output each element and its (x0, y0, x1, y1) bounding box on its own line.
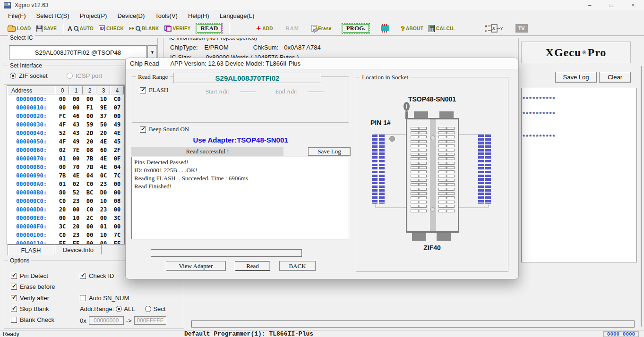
hex-cell[interactable]: 2F (111, 146, 124, 154)
hex-cell[interactable]: 2C (83, 214, 97, 222)
hex-cell[interactable]: C0 (111, 95, 124, 103)
hex-cell[interactable]: 45 (111, 137, 124, 146)
verify-after-checkbox[interactable]: Verify after (11, 295, 49, 302)
hex-cell[interactable]: 4E (97, 154, 111, 163)
pin-detect-checkbox[interactable]: Pin Detect (11, 272, 48, 279)
hex-cell[interactable]: 0C (97, 171, 111, 180)
skip-blank-checkbox[interactable]: Skip Blank (11, 305, 49, 312)
hex-cell[interactable]: 70 (69, 163, 83, 171)
hex-cell[interactable]: C0 (56, 231, 69, 239)
dialog-save-log-button[interactable]: Save Log (308, 147, 351, 156)
hex-cell[interactable]: 01 (56, 154, 69, 163)
hex-cell[interactable]: BC (83, 188, 97, 197)
blank-check-checkbox[interactable]: Blank Check (11, 316, 54, 323)
tv-button[interactable]: TV (515, 24, 528, 33)
hex-cell[interactable]: 20 (69, 222, 83, 231)
hex-cell[interactable]: F1 (83, 103, 97, 112)
hex-cell[interactable]: 07 (111, 103, 124, 112)
range-to-input[interactable]: 000FFFFF (134, 316, 166, 325)
hex-cell[interactable]: FF (56, 239, 69, 245)
hex-cell[interactable]: 00 (111, 188, 124, 197)
menu-item-helph[interactable]: Help(H) (183, 11, 215, 20)
hex-cell[interactable]: 00 (83, 239, 97, 245)
hex-cell[interactable]: 7B (83, 163, 97, 171)
dialog-title-bar[interactable]: Chip Read APP Version: 12.63 Device Mode… (126, 58, 518, 69)
hex-cell[interactable]: 00 (83, 222, 97, 231)
auto-button[interactable]: A AUTO (68, 25, 94, 32)
ic-combo[interactable]: S29AL008J70TFI02 @TSOP48 (9, 45, 147, 59)
auto-sn-checkbox[interactable]: Auto SN_NUM (80, 295, 129, 302)
tab-device-info[interactable]: Device.Info (55, 244, 102, 254)
hex-cell[interactable]: 10 (97, 95, 111, 103)
hex-cell[interactable]: 3C (111, 214, 124, 222)
chip-test-button[interactable] (381, 24, 389, 33)
tab-flash[interactable]: FLASH (8, 244, 54, 255)
hex-cell[interactable]: 49 (69, 137, 83, 146)
hex-cell[interactable]: 00 (69, 103, 83, 112)
hex-cell[interactable]: 04 (83, 171, 97, 180)
hex-cell[interactable]: 00 (56, 103, 69, 112)
hex-cell[interactable]: 10 (97, 197, 111, 205)
hex-cell[interactable]: 4E (111, 129, 124, 137)
hex-cell[interactable]: 20 (56, 205, 69, 214)
check-id-checkbox[interactable]: Check ID (80, 272, 114, 279)
logic-gate-button[interactable]: A B & Y (485, 24, 504, 33)
erase-button[interactable]: Erase (311, 25, 332, 32)
hex-cell[interactable]: 37 (97, 112, 111, 120)
hex-cell[interactable]: 23 (69, 197, 83, 205)
menu-item-languagel[interactable]: Language(L) (215, 11, 260, 20)
hex-cell[interactable]: 10 (69, 214, 83, 222)
clear-button[interactable]: Clear (599, 72, 631, 83)
hex-cell[interactable]: 23 (97, 205, 111, 214)
hex-cell[interactable]: 4E (97, 137, 111, 146)
hex-cell[interactable]: 7C (111, 171, 124, 180)
back-button[interactable]: BACK (279, 261, 316, 271)
hex-cell[interactable]: 52 (56, 129, 69, 137)
hex-cell[interactable]: 04 (111, 163, 124, 171)
load-button[interactable]: LOAD (8, 25, 31, 32)
hex-cell[interactable]: 9E (97, 103, 111, 112)
menu-item-toolsv[interactable]: Tools(V) (150, 11, 183, 20)
hex-cell[interactable]: 60 (97, 146, 111, 154)
hex-cell[interactable]: 08 (83, 146, 97, 154)
hex-cell[interactable]: 20 (97, 129, 111, 137)
hex-cell[interactable]: 7E (69, 146, 83, 154)
hex-cell[interactable]: 02 (56, 146, 69, 154)
hex-cell[interactable]: 59 (83, 120, 97, 129)
hex-cell[interactable]: 3C (56, 222, 69, 231)
hex-cell[interactable]: 7B (56, 171, 69, 180)
hex-cell[interactable]: 00 (56, 95, 69, 103)
hex-cell[interactable]: 2D (83, 129, 97, 137)
hex-cell[interactable]: 01 (56, 180, 69, 188)
hex-cell[interactable]: C0 (83, 180, 97, 188)
erase-before-checkbox[interactable]: Erase before (11, 283, 55, 290)
hex-cell[interactable]: 7B (83, 154, 97, 163)
hex-cell[interactable]: 10 (97, 231, 111, 239)
hex-cell[interactable]: 4E (69, 171, 83, 180)
hex-cell[interactable]: 00 (97, 239, 111, 245)
hex-cell[interactable]: 00 (97, 214, 111, 222)
add-button[interactable]: + ADD (256, 25, 273, 32)
save-log-button[interactable]: Save Log (555, 72, 597, 83)
hex-cell[interactable]: 4E (97, 163, 111, 171)
flash-checkbox[interactable]: FLASH (140, 86, 168, 94)
hex-cell[interactable]: 00 (83, 95, 97, 103)
verify-button[interactable]: VERIFY (164, 25, 191, 32)
hex-cell[interactable]: 43 (69, 129, 83, 137)
hex-cell[interactable]: 08 (111, 197, 124, 205)
beep-checkbox[interactable]: Beep Sound ON (140, 126, 189, 133)
hex-cell[interactable]: 00 (69, 205, 83, 214)
close-icon[interactable]: × (622, 0, 644, 10)
hex-cell[interactable]: 49 (111, 120, 124, 129)
dialog-read-button[interactable]: Read (235, 261, 270, 271)
hex-cell[interactable]: FF (69, 239, 83, 245)
hex-cell[interactable]: 00 (83, 112, 97, 120)
hex-cell[interactable]: 01 (97, 222, 111, 231)
hex-cell[interactable]: 4F (56, 120, 69, 129)
read-button[interactable]: READ (196, 23, 223, 34)
menu-item-projectp[interactable]: Project(P) (75, 11, 112, 20)
hex-cell[interactable]: FF (111, 239, 124, 245)
hex-cell[interactable]: 7C (111, 231, 124, 239)
scrollbar[interactable] (641, 66, 642, 327)
check-id-button[interactable]: ID CHECK (99, 25, 124, 31)
